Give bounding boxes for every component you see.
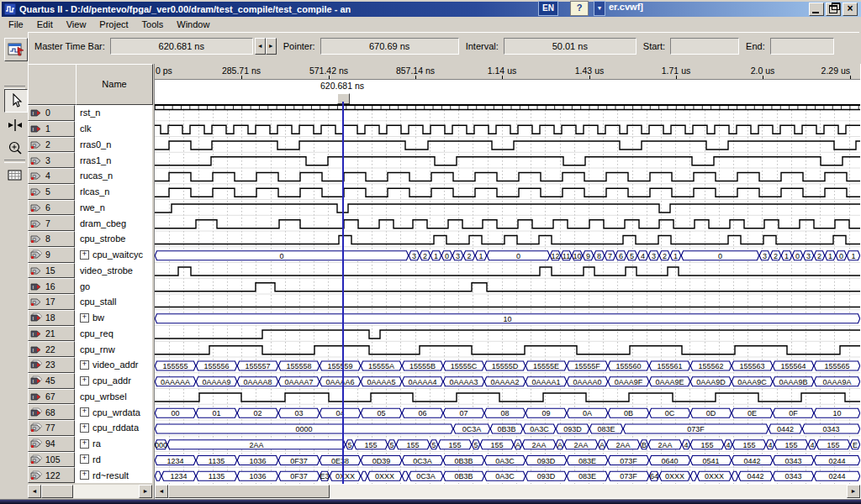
signal-pin-cell-5[interactable]: O5 [28,184,75,200]
signal-pin-cell-68[interactable]: I68 [28,404,75,420]
signal-name-cell-cpu_rnw[interactable]: cpu_rnw [75,341,152,357]
signal-pin-cell-3[interactable]: O3 [28,152,75,168]
restore-button[interactable] [826,3,841,16]
menu-item-tools[interactable]: Tools [135,18,171,30]
master-time-cursor[interactable] [342,102,344,484]
spin-left-icon[interactable]: ◄ [255,38,266,55]
language-help-icon[interactable]: ? [570,1,589,16]
wave-grid[interactable]: 0321032101211109876543210321032101101555… [155,104,860,484]
expand-plus-icon[interactable]: + [80,454,89,464]
timeline-ruler[interactable]: 0 ps285.71 ns571.42 ns857.14 ns1.14 us1.… [155,64,860,80]
signal-pin-cell-105[interactable]: O105 [28,452,75,468]
wave-scroll-track[interactable] [168,485,847,498]
signal-pin-cell-16[interactable]: I16 [28,278,75,294]
scroll-left-icon[interactable]: ◄ [28,485,41,498]
menu-item-edit[interactable]: Edit [30,18,60,30]
wave-scroll-thumb[interactable] [168,485,330,498]
signal-pin-cell-4[interactable]: O4 [28,168,75,184]
title-bar[interactable]: Quartus II - D:/d/pentevo/fpga/_ver0.00/… [2,2,861,17]
signal-name-cell-rras1_n[interactable]: rras1_n [75,152,152,168]
svg-text:0A3C: 0A3C [495,472,515,480]
menu-item-file[interactable]: File [2,18,30,30]
signal-name-cell-cpu_addr[interactable]: +cpu_addr [75,373,152,389]
signal-name-cell-clk[interactable]: clk [75,121,152,137]
signal-name-cell-rwe_n[interactable]: rwe_n [75,200,152,216]
toolbar-value-0[interactable]: 620.681 ns [110,38,253,55]
signal-name-cell-rd[interactable]: +rd [75,452,152,468]
signal-name-cell-rucas_n[interactable]: rucas_n [75,168,152,184]
signal-name-cell-cpu_wrdata[interactable]: +cpu_wrdata [75,404,152,420]
minimize-button[interactable] [809,3,824,16]
toolbar-value-2[interactable]: 50.01 ns [504,38,637,55]
toolbar-value-4[interactable] [770,38,834,55]
signal-name-cell-video_strobe[interactable]: video_strobe [75,263,152,279]
signal-pin-cell-6[interactable]: O6 [28,200,75,216]
language-bar-options-icon[interactable]: ▾ [594,1,605,16]
signal-name-cell-rst_n[interactable]: rst_n [75,105,152,121]
scroll-right-icon[interactable]: ► [139,485,152,498]
signal-name-cell-cpu_wrbsel[interactable]: cpu_wrbsel [75,389,152,405]
close-button[interactable]: × [843,3,858,16]
signal-pin-cell-67[interactable]: I67 [28,389,75,405]
menu-item-view[interactable]: View [60,18,93,30]
zoom-tool-button[interactable] [4,138,26,160]
signal-pin-cell-9[interactable]: O9 [28,247,75,263]
expand-plus-icon[interactable]: + [80,439,89,449]
signal-pin-cell-8[interactable]: O8 [28,231,75,247]
language-badge[interactable]: EN [538,1,558,16]
name-scroll-thumb[interactable] [41,485,73,498]
signal-pin-cell-77[interactable]: O77 [28,420,75,436]
signal-name-cell-rlcas_n[interactable]: rlcas_n [75,184,152,200]
edit-tool-button[interactable] [4,114,26,136]
signal-name-cell-rras0_n[interactable]: rras0_n [75,137,152,153]
wave-scrollbar[interactable]: ◄ ► [155,485,860,498]
toolbar-value-3[interactable] [670,38,739,55]
time-bar-strip[interactable]: 620.681 ns [155,80,860,104]
expand-plus-icon[interactable]: + [80,360,89,370]
signal-name-cell-rd~result[interactable]: +rd~result [75,467,152,483]
menu-item-project[interactable]: Project [92,18,135,30]
signal-pin-cell-1[interactable]: I1 [28,121,75,137]
signal-pin-cell-2[interactable]: O2 [28,137,75,153]
signal-name-cell-dram_cbeg[interactable]: dram_cbeg [75,215,152,231]
signal-pin-cell-22[interactable]: I22 [28,341,75,357]
grid-tool-button[interactable] [4,165,26,186]
svg-text:01: 01 [212,409,220,417]
expand-plus-icon[interactable]: + [80,407,89,417]
signal-pin-cell-94[interactable]: O94 [28,436,75,452]
signal-pin-cell-21[interactable]: I21 [28,326,75,342]
spin-right-icon[interactable]: ► [266,38,277,55]
waveform-editor-button[interactable] [4,38,28,61]
signal-pin-cell-23[interactable]: I23 [28,357,75,373]
signal-name-cell-cpu_strobe[interactable]: cpu_strobe [75,231,152,247]
signal-pin-cell-15[interactable]: O15 [28,263,75,279]
signal-pin-cell-0[interactable]: I0 [28,105,75,121]
signal-pin-cell-17[interactable]: O17 [28,294,75,310]
signal-name-cell-go[interactable]: go [75,278,152,294]
svg-text:A: A [515,441,520,449]
expand-plus-icon[interactable]: + [80,250,89,260]
menu-item-window[interactable]: Window [170,18,216,30]
signal-name-cell-cpu_waitcyc[interactable]: +cpu_waitcyc [75,247,152,263]
signal-name-cell-video_addr[interactable]: +video_addr [75,357,152,373]
signal-pin-cell-7[interactable]: O7 [28,215,75,231]
name-panel-scrollbar[interactable]: ◄ ► [28,485,152,498]
expand-plus-icon[interactable]: + [80,470,89,480]
signal-name-cell-bw[interactable]: +bw [75,310,152,326]
pointer-tool-button[interactable] [4,89,28,113]
wave-scroll-right-icon[interactable]: ► [847,485,860,498]
signal-name-cell-ra[interactable]: +ra [75,436,152,452]
expand-plus-icon[interactable]: + [80,423,89,433]
waveform-svg[interactable]: 0321032101211109876543210321032101101555… [155,104,860,484]
signal-name-cell-cpu_stall[interactable]: cpu_stall [75,294,152,310]
expand-plus-icon[interactable]: + [80,376,89,386]
signal-pin-cell-122[interactable]: O122 [28,467,75,483]
signal-name-cell-cpu_rddata[interactable]: +cpu_rddata [75,420,152,436]
signal-pin-cell-18[interactable]: I18 [28,310,75,326]
expand-plus-icon[interactable]: + [80,313,89,323]
wave-scroll-left-icon[interactable]: ◄ [155,485,168,498]
name-scroll-track[interactable] [41,485,139,498]
signal-name-cell-cpu_req[interactable]: cpu_req [75,326,152,342]
toolbar-value-1[interactable]: 670.69 ns [320,38,459,55]
signal-pin-cell-45[interactable]: I45 [28,373,75,389]
